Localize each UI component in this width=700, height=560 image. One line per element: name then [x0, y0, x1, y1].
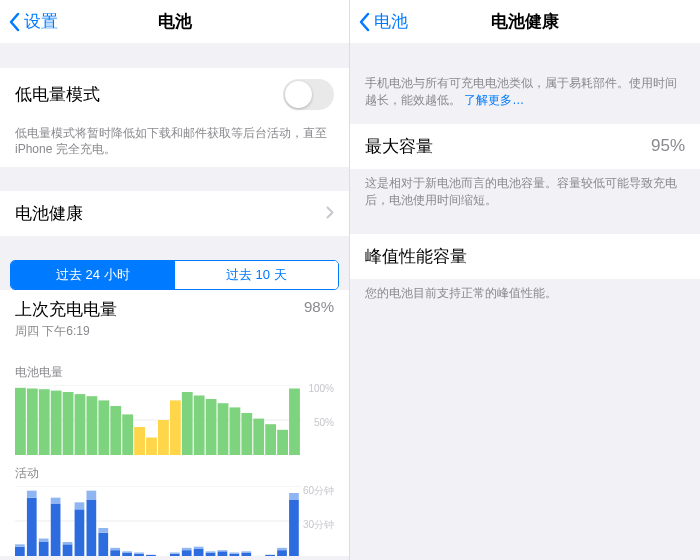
- svg-rect-37: [63, 542, 73, 544]
- segment-24h[interactable]: 过去 24 小时: [11, 261, 175, 289]
- low-power-desc: 低电量模式将暂时降低如下载和邮件获取等后台活动，直至 iPhone 完全充电。: [0, 121, 349, 167]
- svg-rect-60: [206, 553, 216, 557]
- svg-rect-55: [170, 553, 180, 554]
- last-charge-time: 周四 下午6:19: [15, 323, 117, 340]
- svg-rect-66: [241, 553, 251, 557]
- chevron-right-icon: [326, 205, 334, 223]
- navbar: 电池 电池健康: [350, 0, 700, 44]
- svg-rect-48: [134, 554, 144, 556]
- svg-rect-41: [87, 491, 97, 500]
- svg-rect-70: [265, 555, 275, 556]
- battery-health-label: 电池健康: [15, 202, 83, 225]
- svg-rect-63: [218, 551, 228, 552]
- low-power-row[interactable]: 低电量模式: [0, 68, 349, 121]
- svg-rect-49: [134, 553, 144, 554]
- svg-rect-56: [182, 551, 192, 557]
- activity-chart: 60分钟 30分钟: [15, 486, 334, 556]
- svg-rect-67: [241, 552, 251, 553]
- svg-rect-64: [230, 554, 240, 556]
- level-ylabel-100: 100%: [308, 383, 334, 394]
- last-charge-row: 上次充电电量 周四 下午6:19 98%: [0, 290, 349, 344]
- svg-rect-57: [182, 548, 192, 550]
- time-range-segment[interactable]: 过去 24 小时 过去 10 天: [10, 260, 339, 290]
- svg-rect-33: [39, 539, 49, 543]
- svg-rect-4: [39, 390, 50, 456]
- svg-rect-31: [27, 491, 37, 498]
- svg-rect-25: [289, 389, 300, 456]
- learn-more-link[interactable]: 了解更多…: [464, 93, 524, 107]
- svg-rect-12: [134, 427, 145, 455]
- svg-rect-5: [51, 391, 62, 455]
- svg-rect-65: [230, 553, 240, 554]
- svg-rect-20: [230, 408, 241, 456]
- svg-rect-16: [182, 392, 193, 455]
- low-power-section: 低电量模式 低电量模式将暂时降低如下载和邮件获取等后台活动，直至 iPhone …: [0, 68, 349, 167]
- svg-rect-19: [218, 404, 229, 456]
- low-power-switch[interactable]: [283, 79, 334, 110]
- svg-rect-46: [122, 553, 132, 557]
- peak-perf-section: 峰值性能容量: [350, 234, 700, 279]
- back-label: 设置: [24, 10, 58, 33]
- svg-rect-18: [206, 399, 217, 455]
- battery-screen: 设置 电池 低电量模式 低电量模式将暂时降低如下载和邮件获取等后台活动，直至 i…: [0, 0, 350, 560]
- battery-health-section: 电池健康: [0, 191, 349, 236]
- svg-rect-44: [110, 551, 120, 557]
- svg-rect-30: [27, 498, 37, 556]
- svg-rect-3: [27, 389, 38, 456]
- svg-rect-6: [63, 392, 74, 455]
- svg-rect-40: [87, 500, 97, 556]
- battery-health-screen: 电池 电池健康 手机电池与所有可充电电池类似，属于易耗部件。使用时间越长，能效越…: [350, 0, 700, 560]
- svg-rect-45: [110, 548, 120, 550]
- peak-perf-note: 您的电池目前支持正常的峰值性能。: [350, 279, 700, 312]
- level-ylabel-50: 50%: [314, 417, 334, 428]
- svg-rect-39: [75, 503, 85, 510]
- svg-rect-7: [75, 394, 86, 455]
- level-chart-block: 电池电量 100% 50% 活动 60分钟 30分钟: [0, 344, 349, 556]
- svg-rect-43: [98, 528, 108, 533]
- svg-rect-21: [241, 413, 252, 455]
- svg-rect-10: [110, 406, 121, 455]
- max-capacity-value: 95%: [651, 136, 685, 156]
- page-title: 电池健康: [491, 10, 559, 33]
- svg-rect-13: [146, 438, 157, 456]
- back-button[interactable]: 电池: [358, 10, 408, 33]
- level-chart: 100% 50%: [15, 385, 334, 455]
- max-capacity-label: 最大容量: [365, 135, 433, 158]
- svg-rect-42: [98, 533, 108, 556]
- peak-perf-label: 峰值性能容量: [365, 245, 467, 268]
- svg-rect-61: [206, 552, 216, 553]
- level-chart-title: 电池电量: [15, 364, 334, 381]
- svg-rect-29: [15, 545, 25, 547]
- max-capacity-row: 最大容量 95%: [350, 124, 700, 169]
- svg-rect-75: [289, 493, 299, 500]
- chevron-left-icon: [358, 12, 370, 32]
- svg-rect-72: [277, 551, 287, 557]
- navbar: 设置 电池: [0, 0, 349, 44]
- svg-rect-11: [122, 415, 133, 456]
- svg-rect-58: [194, 549, 204, 556]
- low-power-label: 低电量模式: [15, 83, 100, 106]
- last-charge-value: 98%: [304, 298, 334, 315]
- svg-rect-23: [265, 425, 276, 456]
- back-label: 电池: [374, 10, 408, 33]
- peak-perf-row: 峰值性能容量: [350, 234, 700, 279]
- last-charge-title: 上次充电电量: [15, 298, 117, 321]
- svg-rect-22: [253, 419, 264, 455]
- svg-rect-9: [98, 401, 109, 456]
- svg-rect-50: [146, 555, 156, 556]
- segment-10d[interactable]: 过去 10 天: [175, 261, 339, 289]
- intro-note: 手机电池与所有可充电电池类似，属于易耗部件。使用时间越长，能效越低。 了解更多…: [350, 68, 700, 110]
- svg-rect-17: [194, 396, 205, 456]
- activity-ylabel-60: 60分钟: [303, 484, 334, 498]
- back-button[interactable]: 设置: [8, 10, 58, 33]
- svg-rect-14: [158, 420, 169, 455]
- max-capacity-note: 这是相对于新电池而言的电池容量。容量较低可能导致充电后，电池使用时间缩短。: [350, 169, 700, 220]
- page-title: 电池: [158, 10, 192, 33]
- svg-rect-35: [51, 498, 61, 504]
- activity-ylabel-30: 30分钟: [303, 518, 334, 532]
- svg-rect-36: [63, 545, 73, 557]
- activity-chart-title: 活动: [15, 465, 334, 482]
- svg-rect-47: [122, 552, 132, 553]
- battery-health-row[interactable]: 电池健康: [0, 191, 349, 236]
- svg-rect-73: [277, 548, 287, 550]
